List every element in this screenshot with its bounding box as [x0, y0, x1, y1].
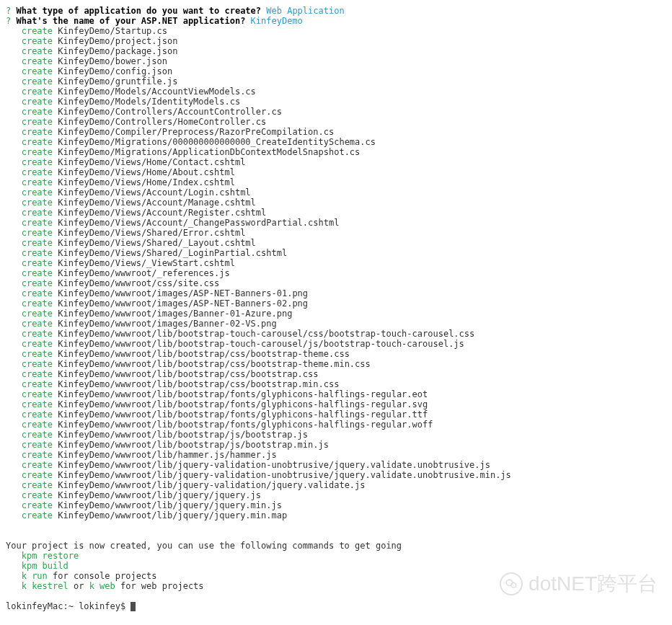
create-file-line: create KinfeyDemo/wwwroot/lib/jquery-val…	[6, 480, 666, 490]
create-file-line: create KinfeyDemo/Views/Shared/_Layout.c…	[6, 238, 666, 248]
create-file-line: create KinfeyDemo/wwwroot/lib/jquery-val…	[6, 460, 666, 470]
create-action: create	[22, 228, 53, 238]
shell-prompt: lokinfeyMac:~ lokinfey$	[6, 601, 131, 611]
create-action: create	[22, 298, 53, 309]
create-action: create	[22, 198, 53, 208]
footer-cmd: kpm restore	[6, 551, 666, 561]
cursor-icon	[131, 602, 136, 611]
shell-prompt-line[interactable]: lokinfeyMac:~ lokinfey$	[6, 601, 666, 611]
file-path: KinfeyDemo/Views/Home/Index.cshtml	[58, 177, 235, 187]
cmd-text: kpm restore	[22, 551, 79, 561]
create-file-line: create KinfeyDemo/Models/AccountViewMode…	[6, 87, 666, 97]
create-file-line: create KinfeyDemo/wwwroot/lib/bootstrap/…	[6, 369, 666, 379]
create-file-line: create KinfeyDemo/package.json	[6, 46, 666, 56]
file-path: KinfeyDemo/project.json	[58, 36, 177, 46]
create-file-line: create KinfeyDemo/wwwroot/images/ASP-NET…	[6, 298, 666, 309]
file-path: KinfeyDemo/wwwroot/lib/bootstrap/js/boot…	[58, 440, 329, 450]
file-path: KinfeyDemo/Views/Shared/_LoginPartial.cs…	[58, 248, 287, 258]
file-path: KinfeyDemo/gruntfile.js	[58, 76, 177, 87]
create-file-line: create KinfeyDemo/wwwroot/lib/bootstrap/…	[6, 359, 666, 369]
create-action: create	[22, 339, 53, 349]
file-path: KinfeyDemo/wwwroot/lib/bootstrap/fonts/g…	[58, 389, 428, 399]
file-path: KinfeyDemo/Views/Account/Manage.cshtml	[58, 198, 256, 208]
file-path: KinfeyDemo/wwwroot/images/ASP-NET-Banner…	[58, 298, 308, 309]
create-file-line: create KinfeyDemo/Views/Home/Index.cshtm…	[6, 177, 666, 187]
question-marker: ?	[6, 16, 11, 26]
cmd-desc: or	[68, 581, 89, 591]
file-path: KinfeyDemo/Compiler/Preprocess/RazorPreC…	[58, 127, 334, 137]
file-path: KinfeyDemo/wwwroot/lib/bootstrap/fonts/g…	[58, 409, 428, 420]
footer-message: Your project is now created, you can use…	[6, 541, 666, 551]
create-file-line: create KinfeyDemo/wwwroot/images/Banner-…	[6, 319, 666, 329]
file-path: KinfeyDemo/wwwroot/images/Banner-02-VS.p…	[58, 319, 276, 329]
file-path: KinfeyDemo/Models/AccountViewModels.cs	[58, 87, 256, 97]
create-file-line: create KinfeyDemo/Views/Account/Register…	[6, 208, 666, 218]
cmd-text: k run	[22, 571, 48, 581]
create-action: create	[22, 248, 53, 258]
create-file-line: create KinfeyDemo/config.json	[6, 66, 666, 76]
create-action: create	[22, 409, 53, 420]
file-path: KinfeyDemo/wwwroot/lib/bootstrap/css/boo…	[58, 369, 318, 379]
file-path: KinfeyDemo/Views/Shared/Error.cshtml	[58, 228, 245, 238]
create-file-line: create KinfeyDemo/Views/Home/About.cshtm…	[6, 167, 666, 177]
create-action: create	[22, 379, 53, 389]
create-file-line: create KinfeyDemo/Controllers/HomeContro…	[6, 117, 666, 127]
create-file-line: create KinfeyDemo/bower.json	[6, 56, 666, 66]
create-action: create	[22, 309, 53, 319]
create-action: create	[22, 278, 53, 288]
file-path: KinfeyDemo/bower.json	[58, 56, 167, 66]
create-action: create	[22, 97, 53, 107]
terminal-output: ? What type of application do you want t…	[6, 6, 666, 611]
file-path: KinfeyDemo/Views/Account/Register.cshtml	[58, 208, 266, 218]
create-file-line: create KinfeyDemo/wwwroot/lib/bootstrap/…	[6, 379, 666, 389]
file-path: KinfeyDemo/Views/Account/_ChangePassword…	[58, 218, 339, 228]
create-file-line: create KinfeyDemo/wwwroot/lib/bootstrap/…	[6, 440, 666, 450]
file-path: KinfeyDemo/wwwroot/images/ASP-NET-Banner…	[58, 288, 308, 298]
create-action: create	[22, 76, 53, 87]
create-file-line: create KinfeyDemo/wwwroot/lib/jquery-val…	[6, 470, 666, 480]
create-file-line: create KinfeyDemo/wwwroot/lib/bootstrap/…	[6, 409, 666, 420]
create-action: create	[22, 329, 53, 339]
create-action: create	[22, 66, 53, 76]
blank-line	[6, 591, 666, 601]
question-text: What type of application do you want to …	[16, 6, 261, 16]
footer-cmd: kpm build	[6, 561, 666, 571]
question-text: What's the name of your ASP.NET applicat…	[16, 16, 245, 26]
file-path: KinfeyDemo/wwwroot/_references.js	[58, 268, 229, 278]
create-action: create	[22, 349, 53, 359]
create-action: create	[22, 177, 53, 187]
create-action: create	[22, 258, 53, 268]
create-file-line: create KinfeyDemo/Views/_ViewStart.cshtm…	[6, 258, 666, 268]
create-file-line: create KinfeyDemo/wwwroot/lib/jquery/jqu…	[6, 500, 666, 510]
create-file-line: create KinfeyDemo/wwwroot/images/ASP-NET…	[6, 288, 666, 298]
create-action: create	[22, 288, 53, 298]
file-path: KinfeyDemo/wwwroot/lib/jquery-validation…	[58, 470, 511, 480]
create-action: create	[22, 319, 53, 329]
file-path: KinfeyDemo/wwwroot/lib/bootstrap-touch-c…	[58, 339, 464, 349]
create-action: create	[22, 107, 53, 117]
prompt-line: ? What type of application do you want t…	[6, 6, 666, 16]
create-file-line: create KinfeyDemo/wwwroot/lib/bootstrap/…	[6, 430, 666, 440]
create-file-line: create KinfeyDemo/wwwroot/lib/jquery/jqu…	[6, 510, 666, 520]
file-path: KinfeyDemo/Migrations/000000000000000_Cr…	[58, 137, 376, 147]
file-path: KinfeyDemo/Controllers/AccountController…	[58, 107, 282, 117]
create-file-line: create KinfeyDemo/wwwroot/lib/hammer.js/…	[6, 450, 666, 460]
create-action: create	[22, 490, 53, 500]
create-action: create	[22, 187, 53, 198]
create-file-line: create KinfeyDemo/Views/Account/_ChangeP…	[6, 218, 666, 228]
file-path: KinfeyDemo/wwwroot/lib/bootstrap/js/boot…	[58, 430, 308, 440]
create-file-line: create KinfeyDemo/wwwroot/_references.js	[6, 268, 666, 278]
create-action: create	[22, 208, 53, 218]
create-file-line: create KinfeyDemo/Compiler/Preprocess/Ra…	[6, 127, 666, 137]
file-path: KinfeyDemo/wwwroot/lib/jquery/jquery.js	[58, 490, 261, 500]
create-file-line: create KinfeyDemo/wwwroot/lib/bootstrap/…	[6, 420, 666, 430]
file-path: KinfeyDemo/wwwroot/lib/bootstrap/css/boo…	[58, 349, 350, 359]
create-file-line: create KinfeyDemo/wwwroot/lib/jquery/jqu…	[6, 490, 666, 500]
create-action: create	[22, 56, 53, 66]
file-path: KinfeyDemo/wwwroot/images/Banner-01-Azur…	[58, 309, 292, 319]
cmd-text: k kestrel	[22, 581, 68, 591]
create-action: create	[22, 147, 53, 157]
cmd-text: k web	[89, 581, 115, 591]
create-action: create	[22, 127, 53, 137]
create-file-line: create KinfeyDemo/Views/Account/Manage.c…	[6, 198, 666, 208]
